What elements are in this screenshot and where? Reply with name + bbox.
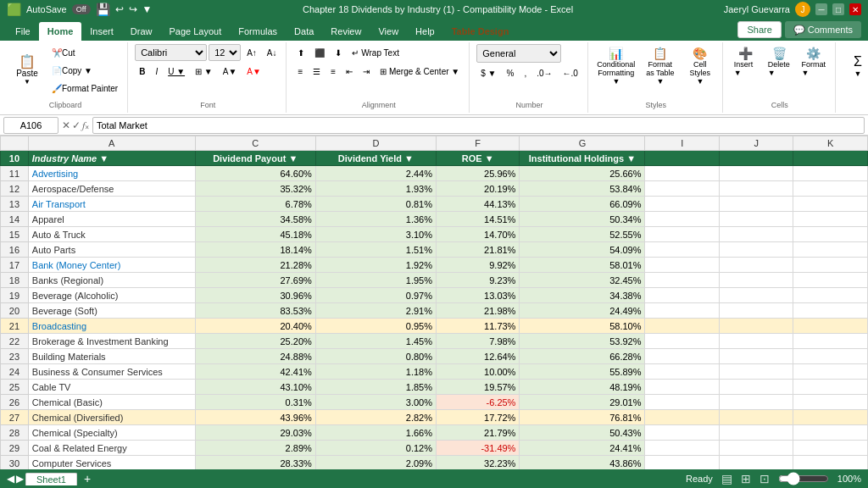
industry-name[interactable]: Auto & Truck — [28, 227, 195, 242]
restore-btn[interactable]: □ — [832, 3, 844, 15]
institutional-holdings[interactable]: 24.41% — [520, 441, 645, 456]
dividend-payout[interactable]: 28.33% — [195, 456, 315, 470]
table-row[interactable]: 18 Banks (Regional) 27.69% 1.95% 9.23% 3… — [1, 273, 868, 288]
comma-button[interactable]: , — [520, 64, 531, 81]
dividend-yield[interactable]: 1.66% — [315, 425, 436, 441]
percent-button[interactable]: % — [502, 64, 518, 81]
dividend-yield[interactable]: 1.18% — [315, 364, 436, 380]
merge-center-button[interactable]: ⊞ Merge & Center ▼ — [376, 63, 464, 80]
dividend-payout[interactable]: 30.96% — [195, 288, 315, 303]
page-layout-icon[interactable]: ⊞ — [741, 472, 751, 485]
roe[interactable]: 21.81% — [436, 242, 519, 258]
institutional-holdings[interactable]: 29.01% — [520, 395, 645, 410]
dividend-payout[interactable]: 6.78% — [195, 197, 315, 212]
table-row[interactable]: 28 Chemical (Specialty) 29.03% 1.66% 21.… — [1, 425, 868, 441]
currency-button[interactable]: $ ▼ — [476, 64, 500, 81]
roe[interactable]: 44.13% — [436, 197, 519, 212]
format-painter-button[interactable]: 🖌️ Format Painter — [47, 80, 122, 97]
table-row[interactable]: 23 Building Materials 24.88% 0.80% 12.64… — [1, 349, 868, 364]
dividend-yield[interactable]: 2.09% — [315, 456, 436, 470]
col-header-F[interactable]: F — [436, 136, 519, 151]
dividend-yield[interactable]: 1.95% — [315, 273, 436, 288]
institutional-holdings[interactable]: 53.92% — [520, 334, 645, 349]
table-row[interactable]: 12 Aerospace/Defense 35.32% 1.93% 20.19%… — [1, 181, 868, 197]
dividend-yield[interactable]: 3.00% — [315, 395, 436, 410]
minimize-btn[interactable]: ─ — [815, 3, 827, 15]
institutional-holdings[interactable]: 58.10% — [520, 319, 645, 334]
redo-icon[interactable]: ↪ — [129, 3, 137, 15]
normal-view-icon[interactable]: ▤ — [721, 472, 732, 485]
tab-insert[interactable]: Insert — [81, 22, 122, 41]
tab-page-layout[interactable]: Page Layout — [160, 22, 230, 41]
institutional-holdings[interactable]: 50.34% — [520, 212, 645, 227]
dividend-payout[interactable]: 34.58% — [195, 212, 315, 227]
dividend-payout[interactable]: 64.60% — [195, 166, 315, 181]
dividend-payout[interactable]: 27.69% — [195, 273, 315, 288]
institutional-holdings[interactable]: 54.09% — [520, 242, 645, 258]
industry-name[interactable]: Brokerage & Investment Banking — [28, 334, 195, 349]
institutional-holdings[interactable]: 24.49% — [520, 303, 645, 319]
col-header-I[interactable]: I — [645, 136, 719, 151]
cell-styles-button[interactable]: 🎨 Cell Styles ▼ — [683, 44, 717, 88]
col-header-C[interactable]: C — [195, 136, 315, 151]
tab-file[interactable]: File — [7, 22, 39, 41]
bold-button[interactable]: B — [135, 63, 149, 80]
institutional-holdings[interactable]: 53.84% — [520, 181, 645, 197]
industry-name[interactable]: Computer Services — [28, 456, 195, 470]
dividend-payout[interactable]: 83.53% — [195, 303, 315, 319]
institutional-holdings[interactable]: 66.09% — [520, 197, 645, 212]
increase-decimal-button[interactable]: .0→ — [532, 64, 556, 81]
table-row[interactable]: 29 Coal & Related Energy 2.89% 0.12% -31… — [1, 441, 868, 456]
dividend-yield[interactable]: 0.80% — [315, 349, 436, 364]
font-size-select[interactable]: 12 — [209, 44, 241, 61]
dividend-yield[interactable]: 1.93% — [315, 181, 436, 197]
copy-button[interactable]: 📄 Copy ▼ — [47, 62, 122, 79]
roe[interactable]: 21.98% — [436, 303, 519, 319]
industry-name[interactable]: Beverage (Alcoholic) — [28, 288, 195, 303]
industry-name[interactable]: Beverage (Soft) — [28, 303, 195, 319]
insert-cells-button[interactable]: ➕ Insert ▼ — [730, 44, 762, 80]
decrease-font-button[interactable]: A↓ — [263, 44, 281, 61]
institutional-holdings[interactable]: 43.86% — [520, 456, 645, 470]
industry-name[interactable]: Building Materials — [28, 349, 195, 364]
col-header-G[interactable]: G — [520, 136, 645, 151]
tab-formulas[interactable]: Formulas — [230, 22, 286, 41]
col-header-J[interactable]: J — [719, 136, 793, 151]
formula-input[interactable] — [92, 117, 865, 134]
industry-name[interactable]: Bank (Money Center) — [28, 258, 195, 273]
cut-button[interactable]: ✂️ Cut — [47, 44, 122, 61]
dividend-payout[interactable]: 43.10% — [195, 380, 315, 395]
roe[interactable]: 19.57% — [436, 380, 519, 395]
roe[interactable]: 14.51% — [436, 212, 519, 227]
table-row[interactable]: 22 Brokerage & Investment Banking 25.20%… — [1, 334, 868, 349]
roe[interactable]: 20.19% — [436, 181, 519, 197]
table-row[interactable]: 20 Beverage (Soft) 83.53% 2.91% 21.98% 2… — [1, 303, 868, 319]
col-header-A[interactable]: A — [28, 136, 195, 151]
dividend-yield[interactable]: 3.10% — [315, 227, 436, 242]
delete-cells-button[interactable]: 🗑️ Delete ▼ — [764, 44, 796, 80]
format-cells-button[interactable]: ⚙️ Format ▼ — [798, 44, 830, 80]
roe[interactable]: -6.25% — [436, 395, 519, 410]
roe[interactable]: 13.03% — [436, 288, 519, 303]
roe[interactable]: 10.00% — [436, 364, 519, 380]
customize-icon[interactable]: ▼ — [142, 3, 153, 15]
industry-name[interactable]: Broadcasting — [28, 319, 195, 334]
industry-name[interactable]: Chemical (Diversified) — [28, 410, 195, 425]
align-bottom-button[interactable]: ⬇ — [331, 44, 346, 61]
format-as-table-button[interactable]: 📋 Format as Table ▼ — [639, 44, 682, 88]
underline-button[interactable]: U ▼ — [164, 63, 189, 80]
align-right-button[interactable]: ≡ — [326, 63, 340, 80]
institutional-holdings[interactable]: 52.55% — [520, 227, 645, 242]
table-row[interactable]: 13 Air Transport 6.78% 0.81% 44.13% 66.0… — [1, 197, 868, 212]
tab-help[interactable]: Help — [407, 22, 443, 41]
italic-button[interactable]: I — [151, 63, 162, 80]
table-row[interactable]: 26 Chemical (Basic) 0.31% 3.00% -6.25% 2… — [1, 395, 868, 410]
confirm-formula-icon[interactable]: ✓ — [72, 119, 81, 131]
table-row[interactable]: 11 Advertising 64.60% 2.44% 25.96% 25.66… — [1, 166, 868, 181]
tab-review[interactable]: Review — [322, 22, 370, 41]
roe[interactable]: 7.98% — [436, 334, 519, 349]
industry-name[interactable]: Cable TV — [28, 380, 195, 395]
roe[interactable]: 32.23% — [436, 456, 519, 470]
border-button[interactable]: ⊞ ▼ — [191, 63, 217, 80]
institutional-holdings[interactable]: 25.66% — [520, 166, 645, 181]
